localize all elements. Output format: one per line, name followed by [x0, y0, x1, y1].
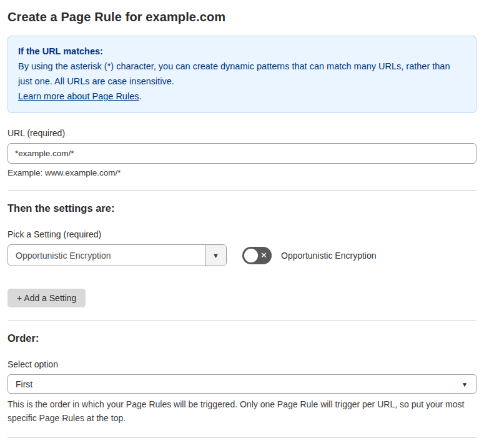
url-input[interactable] — [7, 143, 477, 164]
toggle-label: Opportunistic Encryption — [281, 251, 377, 261]
url-field-label: URL (required) — [7, 128, 477, 138]
order-select-value: First — [16, 379, 32, 389]
url-example-helper: Example: www.example.com/* — [7, 168, 477, 177]
setting-dropdown[interactable]: Opportunistic Encryption ▼ — [7, 244, 227, 266]
setting-row: Opportunistic Encryption ▼ ✕ Opportunist… — [7, 244, 477, 266]
info-box-heading: If the URL matches: — [18, 44, 466, 59]
setting-toggle-group: ✕ Opportunistic Encryption — [242, 247, 377, 264]
order-select-label: Select option — [7, 359, 477, 369]
divider — [7, 320, 477, 321]
info-box-body: By using the asterisk (*) character, you… — [18, 59, 466, 89]
setting-dropdown-arrow-button[interactable]: ▼ — [205, 245, 226, 266]
toggle-off-x-icon: ✕ — [260, 251, 267, 259]
add-setting-button[interactable]: + Add a Setting — [7, 289, 86, 307]
chevron-down-icon: ▼ — [462, 381, 468, 387]
order-helper-text: This is the order in which your Page Rul… — [7, 397, 477, 425]
url-matches-info-box: If the URL matches: By using the asteris… — [7, 36, 477, 113]
divider — [7, 190, 477, 191]
settings-section-heading: Then the settings are: — [7, 202, 477, 214]
toggle-knob — [244, 249, 258, 262]
order-section-heading: Order: — [7, 332, 477, 344]
info-box-link-line: Learn more about Page Rules. — [18, 89, 466, 104]
chevron-down-icon: ▼ — [212, 252, 219, 259]
divider — [7, 437, 477, 438]
page-title: Create a Page Rule for example.com — [7, 10, 477, 24]
order-select[interactable]: First ▼ — [7, 374, 477, 394]
opportunistic-encryption-toggle[interactable]: ✕ — [242, 247, 272, 264]
pick-setting-label: Pick a Setting (required) — [7, 229, 477, 239]
learn-more-link[interactable]: Learn more about Page Rules — [18, 91, 139, 101]
link-period: . — [139, 91, 141, 101]
setting-dropdown-value: Opportunistic Encryption — [8, 245, 205, 266]
